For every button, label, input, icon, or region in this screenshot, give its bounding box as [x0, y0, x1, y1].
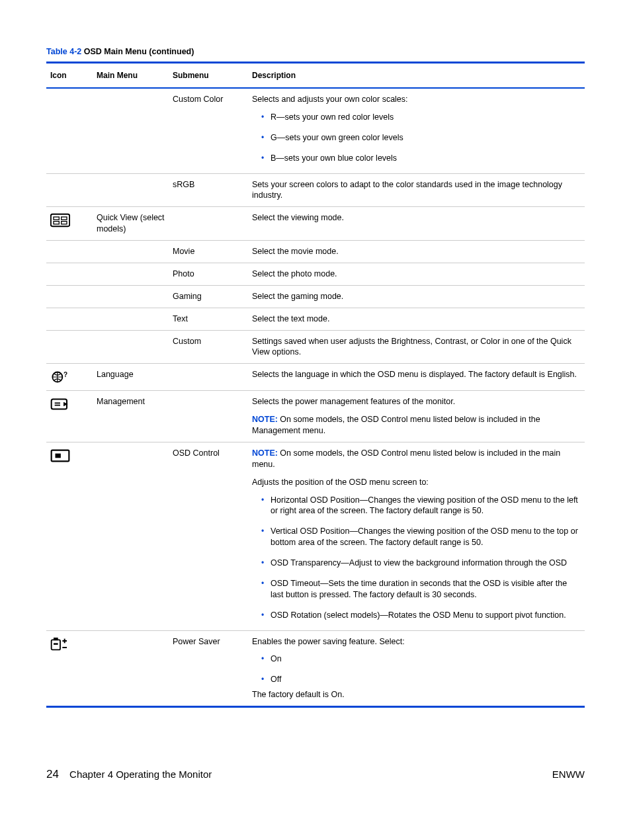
submenu-cell: Movie — [169, 241, 248, 263]
table-row: Text Select the text mode. — [46, 308, 585, 330]
bullet-list: Horizontal OSD Position—Changes the view… — [261, 495, 581, 624]
description-cell: Selects and adjusts your own color scale… — [248, 88, 585, 173]
desc-text: Selects and adjusts your own color scale… — [252, 94, 581, 105]
chapter-title: Chapter 4 Operating the Monitor — [69, 769, 212, 780]
list-item: B—sets your own blue color levels — [261, 153, 581, 167]
table-row: ? Language Selects the language in which… — [46, 364, 585, 391]
description-cell: Select the text mode. — [248, 308, 585, 330]
svg-rect-2 — [62, 217, 67, 220]
page-footer: 24 Chapter 4 Operating the Monitor ENWW — [46, 767, 585, 782]
description-cell: Selects the language in which the OSD me… — [248, 364, 585, 391]
table-row: Power Saver Enables the power saving fea… — [46, 630, 585, 707]
list-item: Vertical OSD Position—Changes the viewin… — [261, 526, 581, 558]
desc-text: Selects the power management features of… — [252, 396, 581, 407]
header-description: Description — [248, 62, 585, 88]
table-row: Custom Settings saved when user adjusts … — [46, 330, 585, 364]
table-row: OSD Control NOTE: On some models, the OS… — [46, 442, 585, 630]
main-menu-cell: Language — [93, 364, 169, 391]
description-cell: Selects the power management features of… — [248, 391, 585, 442]
page-number: 24 — [46, 768, 59, 780]
desc-text: The factory default is On. — [252, 689, 581, 700]
svg-rect-3 — [54, 222, 59, 224]
main-menu-cell: Management — [93, 391, 169, 442]
footer-left: 24 Chapter 4 Operating the Monitor — [46, 767, 212, 782]
table-caption: Table 4-2 OSD Main Menu (continued) — [46, 46, 585, 58]
note-body: On some models, the OSD Control menu lis… — [252, 415, 540, 435]
list-item: OSD Transparency—Adjust to view the back… — [261, 558, 581, 578]
header-main-menu: Main Menu — [93, 62, 169, 88]
osd-main-menu-table: Icon Main Menu Submenu Description Custo… — [46, 62, 585, 708]
description-cell: Sets your screen colors to adapt to the … — [248, 173, 585, 207]
description-cell: Select the gaming mode. — [248, 285, 585, 308]
header-submenu: Submenu — [169, 62, 248, 88]
submenu-cell: Custom — [169, 330, 248, 364]
table-row: Custom Color Selects and adjusts your ow… — [46, 88, 585, 173]
list-item: R—sets your own red color levels — [261, 112, 581, 132]
submenu-cell: Custom Color — [169, 88, 248, 173]
table-row: Quick View (select models) Select the vi… — [46, 207, 585, 241]
quick-view-icon — [50, 212, 70, 228]
note-lead: NOTE: — [252, 448, 278, 458]
list-item: Off — [261, 674, 581, 688]
svg-rect-12 — [54, 643, 58, 645]
description-cell: Select the photo mode. — [248, 263, 585, 285]
list-item: Horizontal OSD Position—Changes the view… — [261, 495, 581, 526]
note-text: NOTE: On some models, the OSD Control me… — [252, 414, 581, 437]
osd-control-icon — [50, 448, 70, 464]
description-cell: Select the movie mode. — [248, 241, 585, 263]
submenu-cell: Photo — [169, 263, 248, 285]
table-row: Management Selects the power management … — [46, 391, 585, 442]
svg-text:?: ? — [63, 371, 67, 378]
description-cell: Enables the power saving feature. Select… — [248, 630, 585, 707]
bullet-list: R—sets your own red color levels G—sets … — [261, 112, 581, 167]
table-row: Movie Select the movie mode. — [46, 241, 585, 263]
table-title: OSD Main Menu (continued) — [81, 47, 194, 56]
desc-text: Adjusts the position of the OSD menu scr… — [252, 477, 581, 488]
table-row: Gaming Select the gaming mode. — [46, 285, 585, 308]
submenu-cell: Gaming — [169, 285, 248, 308]
submenu-cell: Text — [169, 308, 248, 330]
svg-rect-4 — [62, 222, 67, 224]
description-cell: Settings saved when user adjusts the Bri… — [248, 330, 585, 364]
management-icon — [50, 396, 70, 412]
table-row: Photo Select the photo mode. — [46, 263, 585, 285]
bullet-list: On Off — [261, 653, 581, 688]
list-item: On — [261, 653, 581, 674]
list-item: OSD Timeout—Sets the time duration in se… — [261, 578, 581, 610]
list-item: G—sets your own green color levels — [261, 132, 581, 153]
power-saver-icon — [50, 636, 70, 652]
description-cell: NOTE: On some models, the OSD Control me… — [248, 442, 585, 630]
svg-rect-1 — [54, 217, 59, 220]
note-text: NOTE: On some models, the OSD Control me… — [252, 448, 581, 470]
language-icon: ? — [50, 369, 70, 385]
svg-rect-11 — [54, 638, 58, 640]
svg-rect-9 — [56, 454, 61, 458]
description-cell: Select the viewing mode. — [248, 207, 585, 241]
note-body: On some models, the OSD Control menu lis… — [252, 448, 560, 469]
footer-right: ENWW — [552, 768, 585, 781]
table-row: sRGB Sets your screen colors to adapt to… — [46, 173, 585, 207]
note-lead: NOTE: — [252, 415, 278, 424]
submenu-cell: sRGB — [169, 173, 248, 207]
list-item: OSD Rotation (select models)—Rotates the… — [261, 610, 581, 624]
main-menu-cell: Quick View (select models) — [93, 207, 169, 241]
submenu-cell: OSD Control — [169, 442, 248, 630]
table-number: Table 4-2 — [46, 47, 81, 56]
submenu-cell: Power Saver — [169, 630, 248, 707]
desc-text: Enables the power saving feature. Select… — [252, 636, 581, 648]
table-header-row: Icon Main Menu Submenu Description — [46, 62, 585, 88]
header-icon: Icon — [46, 62, 93, 88]
